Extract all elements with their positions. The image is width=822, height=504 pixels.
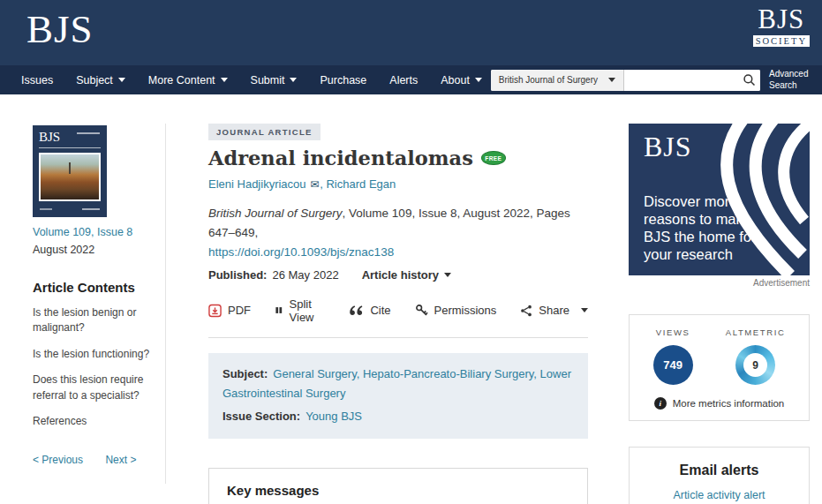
cite-button[interactable]: Cite <box>350 304 390 317</box>
society-logo-label: SOCIETY <box>753 35 810 47</box>
society-logo-text: BJS <box>753 4 810 34</box>
article-history-toggle[interactable]: Article history <box>362 268 451 282</box>
search-button[interactable] <box>737 70 760 91</box>
chevron-down-icon <box>581 308 588 312</box>
contents-item[interactable]: Is the lesion benign or malignant? <box>33 305 158 336</box>
article-type-badge: JOURNAL ARTICLE <box>208 124 321 140</box>
previous-article-link[interactable]: < Previous <box>33 454 83 466</box>
doi-link[interactable]: https://doi.org/10.1093/bjs/znac138 <box>208 243 588 262</box>
issue-link[interactable]: Volume 109, Issue 8 <box>33 226 158 238</box>
metrics-box: VIEWS 749 ALTMETRIC 9 i More metrics inf… <box>629 314 810 421</box>
key-icon <box>415 304 428 317</box>
altmetric-badge[interactable]: 9 <box>735 345 775 385</box>
issue-section-link[interactable]: Young BJS <box>305 410 362 423</box>
pdf-label: PDF <box>228 304 251 317</box>
nav-submit-label: Submit <box>251 74 285 87</box>
article-activity-alert-link[interactable]: Article activity alert <box>638 489 800 501</box>
more-metrics-label: More metrics information <box>673 398 785 409</box>
search-input[interactable] <box>624 70 737 91</box>
search-scope-select[interactable]: British Journal of Surgery <box>491 70 624 91</box>
nav-purchase-label: Purchase <box>320 74 366 87</box>
split-view-button[interactable]: Split View <box>275 297 326 324</box>
author-line: Eleni Hadjikyriacou ✉, Richard Egan <box>208 177 588 191</box>
published-date: 26 May 2022 <box>272 268 338 282</box>
article-history-label: Article history <box>362 268 439 282</box>
title-row: Adrenal incidentalomas FREE <box>208 147 588 169</box>
article-main: JOURNAL ARTICLE Adrenal incidentalomas F… <box>208 123 588 504</box>
nav-subject[interactable]: Subject <box>76 74 125 87</box>
email-icon[interactable]: ✉ <box>310 178 319 191</box>
issue-cover-thumbnail[interactable]: BJS <box>33 125 107 217</box>
issue-date: August 2022 <box>33 244 158 256</box>
society-logo[interactable]: BJS SOCIETY <box>753 4 810 47</box>
contents-item[interactable]: Is the lesion functioning? <box>33 347 158 362</box>
cite-label: Cite <box>370 304 390 317</box>
nav-about-label: About <box>441 74 470 87</box>
contents-item[interactable]: References <box>33 414 158 429</box>
views-count-badge: 749 <box>653 345 693 385</box>
key-messages-title: Key messages <box>227 483 569 498</box>
search-bar: British Journal of Surgery <box>491 70 760 91</box>
altmetric-score: 9 <box>743 353 767 377</box>
page: BJS BJS SOCIETY Issues Subject More Cont… <box>0 0 822 504</box>
nav-submit[interactable]: Submit <box>251 74 298 87</box>
published-label: Published: <box>208 268 267 282</box>
key-messages-box: Key messages Adrenal incidentalomas are … <box>208 468 588 504</box>
more-metrics-link[interactable]: i More metrics information <box>637 397 802 410</box>
right-sidebar: BJS Discover more reasons to make BJS th… <box>629 124 810 504</box>
split-view-icon <box>275 305 283 316</box>
advertisement-label: Advertisement <box>629 278 810 288</box>
journal-logo[interactable]: BJS <box>26 5 94 53</box>
subject-label: Subject: <box>222 367 268 380</box>
ad-text: Discover more reasons to make BJS the ho… <box>644 192 765 264</box>
nav-alerts[interactable]: Alerts <box>389 74 418 87</box>
chevron-down-icon <box>444 273 451 277</box>
metric-columns: VIEWS 749 ALTMETRIC 9 <box>637 327 802 385</box>
share-label: Share <box>539 304 569 317</box>
views-metric: VIEWS 749 <box>653 327 693 385</box>
chevron-down-icon <box>290 78 297 82</box>
nav-alerts-label: Alerts <box>389 74 418 87</box>
advanced-search-link[interactable]: Advanced Search <box>769 69 815 91</box>
masthead: BJS BJS SOCIETY <box>0 0 822 65</box>
citation-journal-name: British Journal of Surgery <box>208 207 343 220</box>
left-sidebar: BJS Volume 109, Issue 8 August 2022 Arti… <box>33 125 158 466</box>
nav-subject-label: Subject <box>76 74 113 87</box>
column-divider <box>165 124 166 484</box>
subject-link[interactable]: General Surgery <box>273 367 363 380</box>
subject-link[interactable]: Hepato-Pancreato-Biliary Surgery <box>363 367 540 380</box>
author-link[interactable]: Eleni Hadjikyriacou <box>208 177 306 191</box>
nav-about[interactable]: About <box>441 74 482 87</box>
chevron-down-icon <box>221 78 228 82</box>
views-label: VIEWS <box>653 327 693 337</box>
issue-section-line: Issue Section:Young BJS <box>222 407 574 426</box>
cover-decoration <box>82 208 100 210</box>
nav-purchase[interactable]: Purchase <box>320 74 366 87</box>
nav-more-content[interactable]: More Content <box>148 74 228 87</box>
bjs-advertisement[interactable]: BJS Discover more reasons to make BJS th… <box>629 124 810 275</box>
article-contents-title: Article Contents <box>33 280 158 295</box>
pagination: < Previous Next > <box>33 454 158 466</box>
search-icon <box>743 73 756 87</box>
share-button[interactable]: Share <box>520 304 588 317</box>
navbar: Issues Subject More Content Submit Purch… <box>0 65 822 94</box>
article-contents-list: Is the lesion benign or malignant? Is th… <box>33 305 158 429</box>
cover-decoration <box>40 208 52 210</box>
contents-item[interactable]: Does this lesion require referral to a s… <box>33 372 158 403</box>
pdf-button[interactable]: PDF <box>208 304 251 318</box>
altmetric-label: ALTMETRIC <box>726 327 786 337</box>
article-title: Adrenal incidentalomas <box>208 147 473 169</box>
chevron-down-icon <box>118 78 125 82</box>
subject-links: General SurgeryHepato-Pancreato-Biliary … <box>222 367 571 400</box>
email-alerts-title: Email alerts <box>638 463 800 478</box>
nav-issues[interactable]: Issues <box>21 74 53 87</box>
author-link[interactable]: Richard Egan <box>326 177 396 191</box>
nav-more-content-label: More Content <box>148 74 215 87</box>
cover-monument <box>69 162 71 174</box>
subject-line: Subject:General SurgeryHepato-Pancreato-… <box>222 365 574 403</box>
article-toolbar: PDF Split View Cite Permissions Share <box>208 297 588 338</box>
search-group: British Journal of Surgery Advanced Sear… <box>491 69 815 91</box>
permissions-button[interactable]: Permissions <box>415 304 497 317</box>
next-article-link[interactable]: Next > <box>105 454 136 466</box>
info-icon: i <box>654 397 667 410</box>
